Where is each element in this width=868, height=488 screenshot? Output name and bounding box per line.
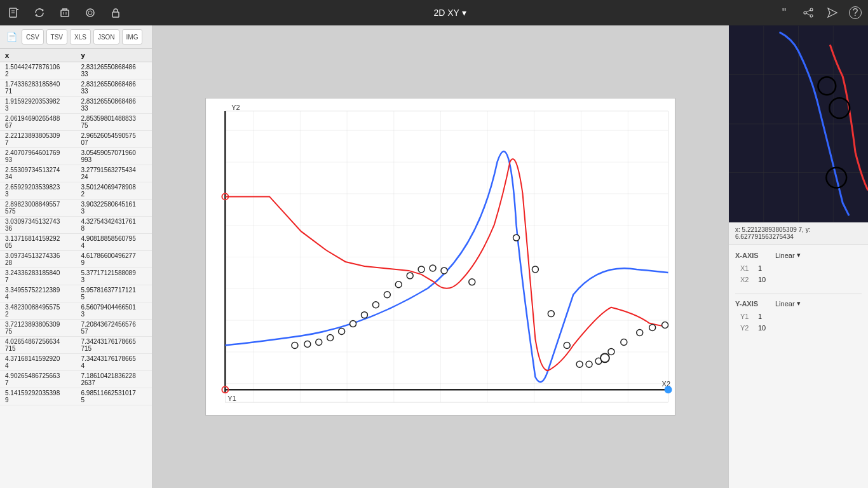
chart-container[interactable]: Y2 X2 Y1	[205, 98, 675, 416]
table-cell: 3.50124069478908 2	[76, 182, 153, 200]
table-cell: 2.96526054590575 07	[76, 131, 153, 148]
svg-point-46	[548, 311, 554, 317]
table-cell: 4.02654867256634 715	[0, 337, 76, 354]
svg-point-36	[372, 302, 379, 308]
table-cell: 6.56079404466501 3	[76, 302, 153, 320]
table-row: 4.37168141592920 47.34243176178665 4	[0, 354, 152, 371]
view-selector[interactable]: 2D XY ▾	[433, 8, 466, 18]
data-table-container[interactable]: x y 1.50442477876106 22.83126550868486 3…	[0, 49, 152, 488]
table-row: 2.06194690265488 672.85359801488833 75	[0, 114, 152, 131]
preview-area	[729, 25, 868, 222]
table-cell: 3.03097345132743 36	[0, 217, 76, 234]
table-cell: 4.90265486725663 7	[0, 371, 76, 388]
svg-point-51	[608, 348, 614, 355]
table-cell: 1.50442477876106 2	[0, 62, 76, 79]
export-csv[interactable]: CSV	[22, 29, 44, 44]
table-cell: 1.91592920353982 3	[0, 97, 76, 114]
svg-point-37	[384, 292, 390, 298]
table-cell: 2.89823008849557 575	[0, 200, 76, 217]
export-json[interactable]: JSON	[93, 29, 119, 44]
table-cell: 2.83126550868486 33	[76, 62, 153, 79]
svg-point-48	[576, 361, 583, 367]
table-cell: 3.09734513274336 28	[0, 251, 76, 268]
view-label: 2D XY ▾	[433, 8, 466, 18]
table-cell: 7.20843672456576 57	[76, 320, 153, 337]
left-panel: 📄 CSV TSV XLS JSON IMG x y 1.50442477876…	[0, 25, 153, 488]
svg-point-29	[292, 342, 298, 348]
toolbar: 2D XY ▾ " ?	[0, 0, 868, 25]
export-img[interactable]: IMG	[122, 29, 143, 44]
table-cell: 3.72123893805309 75	[0, 320, 76, 337]
coord-text: x: 5.22123893805309 7, y: 6.627791563275…	[735, 226, 810, 240]
x-axis-header: X-AXIS Linear ▾	[735, 251, 862, 259]
send-icon[interactable]	[825, 5, 840, 20]
table-row: 2.22123893805309 72.96526054590575 07	[0, 131, 152, 148]
svg-point-52	[621, 339, 627, 345]
table-cell: 2.06194690265488 67	[0, 114, 76, 131]
x1-label: X1	[740, 264, 753, 272]
lock-icon[interactable]	[108, 5, 123, 20]
y-axis-section: Y-AXIS Linear ▾ Y1 1 Y2 10	[735, 299, 862, 332]
right-panel: x: 5.22123893805309 7, y: 6.627791563275…	[728, 25, 868, 488]
chart-svg: Y2 X2 Y1	[206, 98, 675, 415]
svg-point-56	[600, 353, 609, 362]
table-cell: 1.74336283185840 71	[0, 79, 76, 97]
y-axis-header: Y-AXIS Linear ▾	[735, 299, 862, 308]
export-tsv[interactable]: TSV	[46, 29, 67, 44]
axis-controls: X-AXIS Linear ▾ X1 1 X2 10	[729, 245, 868, 488]
table-cell: 5.95781637717121 5	[76, 285, 153, 302]
svg-point-31	[316, 339, 322, 345]
svg-point-30	[304, 341, 311, 347]
axis-divider	[735, 294, 862, 294]
svg-rect-7	[61, 10, 69, 17]
svg-marker-21	[828, 8, 837, 17]
svg-point-54	[649, 325, 656, 331]
table-row: 2.55309734513274 343.27791563275434 24	[0, 165, 152, 182]
table-cell: 2.83126550868486 33	[76, 79, 153, 97]
svg-point-45	[532, 266, 538, 273]
coord-display: x: 5.22123893805309 7, y: 6.627791563275…	[729, 222, 868, 245]
table-row: 3.72123893805309 757.20843672456576 57	[0, 320, 152, 337]
table-row: 3.48230088495575 26.56079404466501 3	[0, 302, 152, 320]
loop-icon[interactable]	[83, 5, 98, 20]
table-row: 1.74336283185840 712.83126550868486 33	[0, 79, 152, 97]
table-cell: 6.98511662531017 5	[76, 388, 153, 405]
table-cell: 7.18610421836228 2637	[76, 371, 153, 388]
help-icon[interactable]: ?	[849, 6, 862, 19]
export-xls[interactable]: XLS	[70, 29, 91, 44]
svg-point-53	[637, 330, 643, 336]
quote-icon[interactable]: "	[776, 5, 792, 20]
svg-point-38	[395, 281, 402, 288]
table-cell: 3.34955752212389 4	[0, 285, 76, 302]
share-icon[interactable]	[801, 5, 816, 20]
table-cell: 3.05459057071960 993	[76, 148, 153, 165]
x2-label: X2	[740, 276, 753, 283]
table-body: 1.50442477876106 22.83126550868486 331.7…	[0, 62, 152, 405]
table-cell: 2.83126550868486 33	[76, 97, 153, 114]
x-axis-chevron-icon: ▾	[797, 251, 801, 259]
svg-point-32	[327, 335, 334, 341]
x-axis-type[interactable]: Linear ▾	[775, 251, 801, 259]
table-cell: 2.22123893805309 7	[0, 131, 76, 148]
x2-row: X2 10	[735, 276, 862, 283]
table-row: 3.09734513274336 284.61786600496277 9	[0, 251, 152, 268]
table-cell: 3.48230088495575 2	[0, 302, 76, 320]
svg-point-44	[513, 234, 520, 241]
table-cell: 4.32754342431761 8	[76, 217, 153, 234]
page-icon: 📄	[4, 29, 19, 44]
x-axis-section: X-AXIS Linear ▾ X1 1 X2 10	[735, 251, 862, 283]
center-panel[interactable]: Y2 X2 Y1	[153, 25, 728, 488]
table-row: 3.24336283185840 75.37717121588089 3	[0, 268, 152, 285]
svg-point-34	[350, 321, 356, 327]
toolbar-right: " ?	[776, 5, 862, 20]
table-cell: 3.27791563275434 24	[76, 165, 153, 182]
refresh-icon[interactable]	[32, 5, 47, 20]
y-axis-type[interactable]: Linear ▾	[775, 299, 801, 308]
new-icon[interactable]	[6, 5, 22, 20]
svg-point-33	[339, 329, 345, 335]
table-cell: 5.37717121588089 3	[76, 268, 153, 285]
svg-point-13	[86, 9, 94, 17]
delete-icon[interactable]	[57, 5, 72, 20]
x1-row: X1 1	[735, 264, 862, 272]
svg-point-18	[804, 11, 806, 14]
